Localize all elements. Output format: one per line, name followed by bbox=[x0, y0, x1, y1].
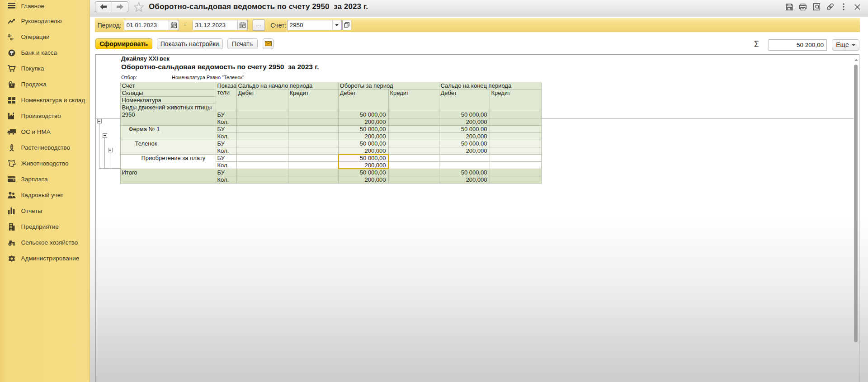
account-field[interactable]: 2950 bbox=[287, 20, 342, 30]
sidebar-item-operacii[interactable]: ДтКт Операции bbox=[0, 29, 90, 45]
sidebar-item-proizvodstvo[interactable]: Производство bbox=[0, 108, 90, 124]
cell-turnover-debit[interactable]: 200,000 bbox=[338, 176, 388, 183]
header-debit[interactable]: Дебет bbox=[439, 89, 490, 111]
cell-opening-debit[interactable] bbox=[236, 169, 288, 176]
sidebar-item-zhivotnovodstvo[interactable]: Животноводство bbox=[0, 156, 90, 171]
indicator-cell[interactable]: Кол. bbox=[216, 147, 236, 154]
calendar-icon[interactable] bbox=[237, 20, 247, 30]
row-label[interactable]: Итого bbox=[120, 169, 216, 183]
date-from-field[interactable]: 01.01.2023 bbox=[124, 20, 179, 30]
save-icon[interactable] bbox=[783, 3, 796, 10]
cell-closing-credit[interactable] bbox=[490, 147, 541, 154]
header-account[interactable]: Счет bbox=[120, 82, 216, 89]
cell-closing-debit[interactable] bbox=[439, 154, 490, 161]
indicator-cell[interactable]: БУ bbox=[216, 125, 236, 132]
cell-closing-credit[interactable] bbox=[490, 169, 541, 176]
sidebar-item-rukovoditelyu[interactable]: Руководителю bbox=[0, 13, 90, 29]
sidebar-item-glavnoe[interactable]: Главное bbox=[0, 0, 90, 13]
print-button[interactable]: Печать bbox=[227, 38, 258, 49]
cell-turnover-debit[interactable]: 200,000 bbox=[338, 132, 388, 140]
cell-closing-credit[interactable] bbox=[490, 176, 541, 183]
sidebar-item-nomenklatura-i-sklad[interactable]: Номенклатура и склад bbox=[0, 92, 90, 108]
row-label[interactable]: 2950 bbox=[120, 111, 216, 125]
cell-opening-credit[interactable] bbox=[288, 125, 338, 132]
cell-closing-debit[interactable]: 200,000 bbox=[439, 176, 490, 183]
account-open-button[interactable] bbox=[342, 20, 351, 30]
cell-opening-credit[interactable] bbox=[288, 176, 338, 183]
cell-opening-credit[interactable] bbox=[288, 161, 338, 169]
cell-turnover-debit[interactable]: 50 000,00 bbox=[338, 125, 388, 132]
cell-closing-debit[interactable]: 50 000,00 bbox=[439, 111, 490, 118]
row-label[interactable]: Ферма № 1 bbox=[120, 125, 216, 140]
row-label[interactable]: Приобретение за плату bbox=[120, 154, 216, 169]
back-button[interactable] bbox=[95, 2, 112, 12]
cell-opening-debit[interactable] bbox=[236, 111, 288, 118]
calendar-icon[interactable] bbox=[169, 20, 179, 30]
cell-turnover-credit[interactable] bbox=[388, 169, 439, 176]
header-credit[interactable]: Кредит bbox=[490, 89, 541, 111]
cell-turnover-debit-selected[interactable]: 200,000 bbox=[338, 161, 388, 169]
header-debit[interactable]: Дебет bbox=[338, 89, 388, 111]
favorite-star-icon[interactable] bbox=[133, 2, 144, 12]
sidebar-item-bank-i-kassa[interactable]: Банк и касса bbox=[0, 45, 90, 61]
header-credit[interactable]: Кредит bbox=[288, 89, 338, 111]
cell-opening-credit[interactable] bbox=[288, 154, 338, 161]
cell-closing-debit[interactable]: 200,000 bbox=[439, 132, 490, 140]
cell-turnover-credit[interactable] bbox=[388, 147, 439, 154]
collapse-group-button[interactable] bbox=[108, 148, 113, 152]
cell-turnover-debit-selected[interactable]: 50 000,00 bbox=[338, 154, 388, 161]
account-dropdown-button[interactable] bbox=[332, 20, 341, 30]
indicator-cell[interactable]: Кол. bbox=[216, 161, 236, 169]
indicator-cell[interactable]: БУ bbox=[216, 111, 236, 118]
cell-turnover-credit[interactable] bbox=[388, 111, 439, 118]
print-preview-icon[interactable] bbox=[810, 3, 823, 10]
indicator-cell[interactable]: БУ bbox=[216, 154, 236, 161]
header-opening-balance[interactable]: Сальдо на начало периода bbox=[236, 82, 338, 89]
sidebar-item-pokupka[interactable]: Покупка bbox=[0, 61, 90, 76]
date-to-field[interactable]: 31.12.2023 bbox=[193, 20, 248, 30]
collapse-group-button[interactable] bbox=[103, 133, 107, 138]
sidebar-item-rastenievodstvo[interactable]: Растениеводство bbox=[0, 140, 90, 156]
header-closing-balance[interactable]: Сальдо на конец периода bbox=[439, 82, 541, 89]
cell-closing-credit[interactable] bbox=[490, 140, 541, 147]
period-variants-button[interactable]: ... bbox=[253, 19, 265, 31]
cell-closing-credit[interactable] bbox=[490, 161, 541, 169]
indicator-cell[interactable]: Кол. bbox=[216, 132, 236, 140]
header-credit[interactable]: Кредит bbox=[388, 89, 439, 111]
sidebar-item-predpriyatie[interactable]: Предприятие bbox=[0, 219, 90, 235]
cell-turnover-debit[interactable]: 50 000,00 bbox=[338, 111, 388, 118]
sidebar-item-prodazha[interactable]: Продажа bbox=[0, 76, 90, 92]
cell-opening-credit[interactable] bbox=[288, 147, 338, 154]
collapse-group-button[interactable] bbox=[97, 119, 102, 123]
indicator-cell[interactable]: БУ bbox=[216, 169, 236, 176]
cell-opening-debit[interactable] bbox=[236, 176, 288, 183]
cell-opening-debit[interactable] bbox=[236, 161, 288, 169]
cell-closing-debit[interactable] bbox=[439, 161, 490, 169]
link-icon[interactable] bbox=[823, 3, 837, 10]
cell-closing-credit[interactable] bbox=[490, 125, 541, 132]
indicator-cell[interactable]: Кол. bbox=[216, 176, 236, 183]
row-label[interactable]: Теленок bbox=[120, 140, 216, 154]
sidebar-item-otchety[interactable]: Отчеты bbox=[0, 203, 90, 219]
cell-turnover-credit[interactable] bbox=[388, 132, 439, 140]
cell-turnover-debit[interactable]: 50 000,00 bbox=[338, 140, 388, 147]
cell-closing-debit[interactable]: 50 000,00 bbox=[439, 140, 490, 147]
sidebar-item-zarplata[interactable]: Зарплата bbox=[0, 171, 90, 187]
header-nomenclature[interactable]: Номенклатура bbox=[120, 96, 216, 104]
cell-turnover-credit[interactable] bbox=[388, 118, 439, 125]
more-menu-icon[interactable] bbox=[837, 3, 850, 10]
cell-opening-debit[interactable] bbox=[236, 132, 288, 140]
mail-button[interactable] bbox=[263, 38, 274, 49]
cell-closing-debit[interactable]: 200,000 bbox=[439, 118, 490, 125]
cell-opening-debit[interactable] bbox=[236, 140, 288, 147]
cell-turnover-credit[interactable] bbox=[388, 176, 439, 183]
cell-closing-debit[interactable]: 200,000 bbox=[439, 147, 490, 154]
cell-turnover-debit[interactable]: 50 000,00 bbox=[338, 169, 388, 176]
close-icon[interactable] bbox=[850, 3, 864, 10]
sum-field[interactable]: 50 200,00 bbox=[769, 39, 827, 51]
header-warehouses[interactable]: Склады bbox=[120, 89, 216, 96]
cell-turnover-debit[interactable]: 200,000 bbox=[338, 147, 388, 154]
cell-opening-credit[interactable] bbox=[288, 118, 338, 125]
vertical-scrollbar-thumb[interactable] bbox=[854, 65, 858, 342]
cell-opening-credit[interactable] bbox=[288, 169, 338, 176]
